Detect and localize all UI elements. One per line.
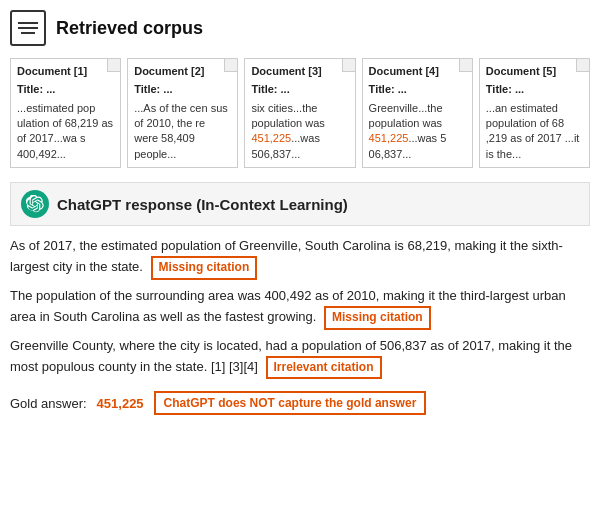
chatgpt-title: ChatGPT response (In-Context Learning): [57, 196, 348, 213]
document-card-5: Document [5] Title: ... ...an estimated …: [479, 58, 590, 168]
doc-4-title-val: Title: ...: [369, 82, 466, 96]
doc-2-title-val: Title: ...: [134, 82, 231, 96]
doc-3-title: Document [3]: [251, 64, 348, 78]
doc-4-title: Document [4]: [369, 64, 466, 78]
doc-1-content: ...estimated pop ulation of 68,219 as of…: [17, 101, 114, 163]
response-container: As of 2017, the estimated population of …: [10, 236, 590, 379]
response-paragraph-2: The population of the surrounding area w…: [10, 286, 590, 330]
doc-2-content: ...As of the cen sus of 2010, the re wer…: [134, 101, 231, 163]
doc-5-title: Document [5]: [486, 64, 583, 78]
doc-4-content: Greenville...the population was 451,225.…: [369, 101, 466, 163]
doc-3-title-val: Title: ...: [251, 82, 348, 96]
icon-line: [18, 22, 38, 24]
not-capture-badge: ChatGPT does NOT capture the gold answer: [154, 391, 427, 415]
document-card-3: Document [3] Title: ... six cities...the…: [244, 58, 355, 168]
doc-4-highlight: 451,225: [369, 132, 409, 144]
document-card-1: Document [1] Title: ... ...estimated pop…: [10, 58, 121, 168]
document-card-4: Document [4] Title: ... Greenville...the…: [362, 58, 473, 168]
section-header: Retrieved corpus: [10, 10, 590, 46]
doc-3-content: six cities...the population was 451,225.…: [251, 101, 348, 163]
paragraph-1-text: As of 2017, the estimated population of …: [10, 238, 563, 274]
doc-2-title: Document [2]: [134, 64, 231, 78]
gold-answer-row: Gold answer: 451,225 ChatGPT does NOT ca…: [10, 391, 590, 415]
gold-label: Gold answer:: [10, 396, 87, 411]
doc-5-content: ...an estimated population of 68 ,219 as…: [486, 101, 583, 163]
chatgpt-icon: [21, 190, 49, 218]
documents-row: Document [1] Title: ... ...estimated pop…: [10, 58, 590, 168]
missing-citation-badge-1: Missing citation: [151, 256, 258, 280]
doc-3-highlight: 451,225: [251, 132, 291, 144]
response-paragraph-3: Greenville County, where the city is loc…: [10, 336, 590, 380]
missing-citation-badge-2: Missing citation: [324, 306, 431, 330]
response-paragraph-1: As of 2017, the estimated population of …: [10, 236, 590, 280]
document-card-2: Document [2] Title: ... ...As of the cen…: [127, 58, 238, 168]
chatgpt-svg: [26, 195, 44, 213]
doc-5-title-val: Title: ...: [486, 82, 583, 96]
chatgpt-header: ChatGPT response (In-Context Learning): [10, 182, 590, 226]
doc-1-title-val: Title: ...: [17, 82, 114, 96]
icon-line: [21, 32, 35, 34]
irrelevant-citation-badge: Irrelevant citation: [266, 356, 382, 380]
icon-line: [18, 27, 38, 29]
doc-3-pre: six cities...the population was: [251, 102, 324, 129]
doc-1-title: Document [1]: [17, 64, 114, 78]
document-icon: [10, 10, 46, 46]
doc-4-pre: Greenville...the population was: [369, 102, 443, 129]
section-title: Retrieved corpus: [56, 18, 203, 39]
paragraph-2-text: The population of the surrounding area w…: [10, 288, 566, 324]
gold-value: 451,225: [97, 396, 144, 411]
